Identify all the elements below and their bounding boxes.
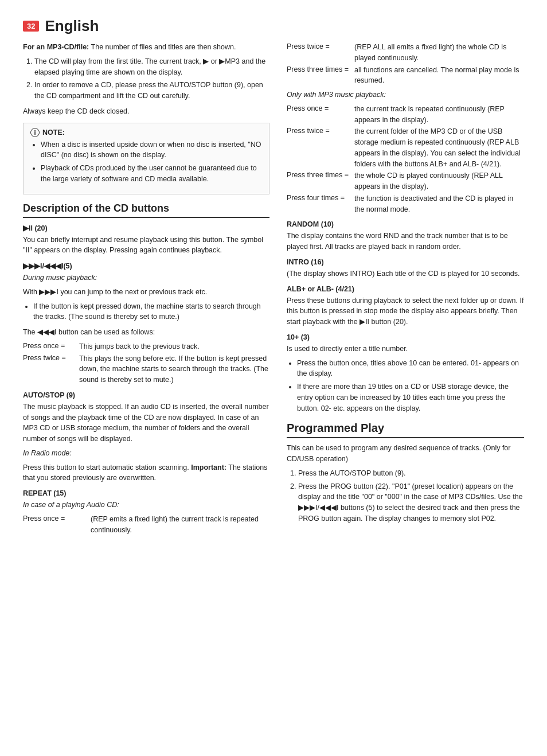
intro-bold: For an MP3-CD/file: — [23, 43, 89, 51]
press-twice-right-label: Press twice = — [287, 42, 350, 64]
radio-bold: Important: — [191, 463, 226, 471]
repeat-press-once-value: (REP emits a fixed light) the current tr… — [91, 514, 269, 536]
mp3-heading: Only with MP3 music playback: — [287, 89, 524, 100]
intro-text: (The display shows INTRO) Each title of … — [287, 268, 524, 279]
repeat-heading: REPEAT (15) — [23, 489, 269, 497]
play-pause-text: You can briefly interrupt and resume pla… — [23, 235, 269, 256]
ten-plus-section: 10+ (3) Is used to directly enter a titl… — [287, 333, 524, 414]
always-text: Always keep the CD deck closed. — [23, 106, 269, 117]
ten-plus-heading: 10+ (3) — [287, 333, 524, 341]
ten-plus-bullet-2: If there are more than 19 titles on a CD… — [297, 381, 524, 414]
intro-section: INTRO (16) (The display shows INTRO) Eac… — [287, 258, 524, 279]
note-item-2: Playback of CDs produced by the user can… — [41, 163, 262, 185]
skip-press-table: Press once = This jumps back to the prev… — [23, 341, 269, 385]
repeat-continued-table: Press twice = (REP ALL all emits a fixed… — [287, 42, 524, 86]
prog-step-2: Press the PROG button (22). "P01" (prese… — [298, 481, 524, 524]
page-number: 32 — [23, 21, 39, 32]
intro-heading: INTRO (16) — [287, 258, 524, 266]
auto-stop-section: AUTO/STOP (9) The music playback is stop… — [23, 391, 269, 484]
radio-mode-text: In Radio mode: — [23, 448, 269, 459]
alb-text: Press these buttons during playback to s… — [287, 295, 524, 328]
note-title: i NOTE: — [30, 128, 262, 137]
note-box: i NOTE: When a disc is inserted upside d… — [23, 123, 269, 194]
mp3-press-twice-label: Press twice = — [287, 126, 350, 169]
step-4: The CD will play from the first title. T… — [34, 56, 269, 78]
repeat-press-once-label: Press once = — [23, 514, 86, 536]
intro-paragraph: For an MP3-CD/file: The number of files … — [23, 42, 269, 53]
note-label: NOTE: — [42, 128, 65, 137]
press-twice-label: Press twice = — [23, 353, 75, 385]
random-heading: RANDOM (10) — [287, 220, 524, 228]
mp3-press-four-label: Press four times = — [287, 193, 350, 215]
page-wrapper: 32 English For an MP3-CD/file: The numbe… — [23, 17, 524, 539]
left-column: For an MP3-CD/file: The number of files … — [23, 42, 269, 539]
random-section: RANDOM (10) The display contains the wor… — [287, 220, 524, 252]
skip-text1: With ▶▶▶I you can jump to the next or pr… — [23, 287, 269, 298]
press-once-value: This jumps back to the previous track. — [79, 341, 269, 352]
radio-important: Press this button to start automatic sta… — [23, 462, 269, 484]
ten-plus-bullets: Press the button once, titles above 10 c… — [287, 358, 524, 414]
numbered-steps: The CD will play from the first title. T… — [23, 56, 269, 102]
mp3-press-table: Press once = the current track is repeat… — [287, 104, 524, 215]
play-pause-section: ▶II (20) You can briefly interrupt and r… — [23, 224, 269, 256]
repeat-italic: In case of a playing Audio CD: — [23, 500, 269, 511]
skip-bullet-1: If the button is kept pressed down, the … — [33, 301, 269, 323]
alb-heading: ALB+ or ALB- (4/21) — [287, 285, 524, 293]
intro-text: The number of files and titles are then … — [89, 43, 236, 51]
repeat-press-table: Press once = (REP emits a fixed light) t… — [23, 514, 269, 536]
programmed-play-text: This can be used to program any desired … — [287, 443, 524, 465]
auto-stop-text: The music playback is stopped. If an aud… — [23, 402, 269, 445]
note-item-1: When a disc is inserted upside down or w… — [41, 139, 262, 161]
step-5: In order to remove a CD, please press th… — [34, 80, 269, 102]
info-icon: i — [30, 128, 40, 137]
main-content: For an MP3-CD/file: The number of files … — [23, 42, 524, 539]
skip-section: ▶▶▶I/◀◀◀I(5) During music playback: With… — [23, 262, 269, 385]
programmed-play-steps: Press the AUTO/STOP button (9). Press th… — [287, 468, 524, 524]
skip-heading: ▶▶▶I/◀◀◀I(5) — [23, 262, 269, 270]
mp3-press-three-value: the whole CD is played continuously (REP… — [354, 170, 524, 192]
cd-buttons-heading: Description of the CD buttons — [23, 202, 269, 218]
press-three-right-label: Press three times = — [287, 65, 350, 87]
page-header: 32 English — [23, 17, 524, 35]
skip-italic: During music playback: — [23, 272, 269, 283]
programmed-play-heading: Programmed Play — [287, 422, 524, 438]
mp3-press-four-value: the function is deactivated and the CD i… — [354, 193, 524, 215]
press-three-right-value: all functions are cancelled. The normal … — [354, 65, 524, 87]
repeat-section: REPEAT (15) In case of a playing Audio C… — [23, 489, 269, 535]
play-pause-heading: ▶II (20) — [23, 224, 269, 232]
radio-italic: In Radio mode: — [23, 449, 72, 457]
programmed-play-section: Programmed Play This can be used to prog… — [287, 422, 524, 524]
mp3-press-twice-value: the current folder of the MP3 CD or of t… — [354, 126, 524, 169]
press-twice-right-value: (REP ALL all emits a fixed light) the wh… — [354, 42, 524, 64]
ten-plus-bullet-1: Press the button once, titles above 10 c… — [297, 358, 524, 380]
press-twice-value: This plays the song before etc. If the b… — [79, 353, 269, 385]
page-title: English — [45, 17, 99, 35]
prog-step-1: Press the AUTO/STOP button (9). — [298, 468, 524, 479]
random-text: The display contains the word RND and th… — [287, 231, 524, 252]
note-list: When a disc is inserted upside down or w… — [30, 139, 262, 185]
mp3-press-once-label: Press once = — [287, 104, 350, 126]
skip-text2: The ◀◀◀I button can be used as follows: — [23, 327, 269, 338]
mp3-press-three-label: Press three times = — [287, 170, 350, 192]
press-once-label: Press once = — [23, 341, 75, 352]
alb-section: ALB+ or ALB- (4/21) Press these buttons … — [287, 285, 524, 328]
right-column: Press twice = (REP ALL all emits a fixed… — [287, 42, 524, 539]
radio-text: Press this button to start automatic sta… — [23, 463, 191, 471]
mp3-press-once-value: the current track is repeated continuous… — [354, 104, 524, 126]
ten-plus-text: Is used to directly enter a title number… — [287, 344, 524, 354]
auto-stop-heading: AUTO/STOP (9) — [23, 391, 269, 399]
skip-bullets: If the button is kept pressed down, the … — [23, 301, 269, 323]
